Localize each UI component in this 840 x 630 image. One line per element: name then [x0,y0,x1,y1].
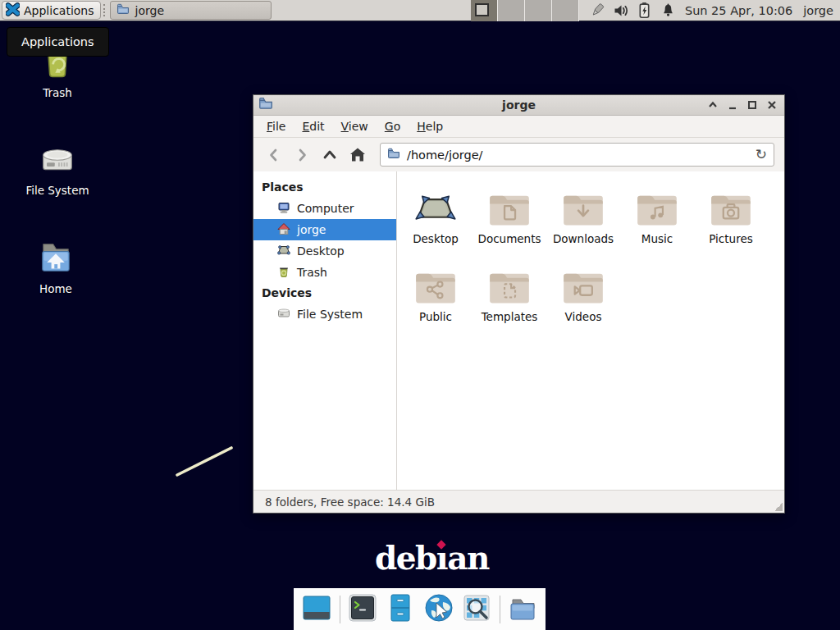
stylus-tool-icon[interactable] [589,2,605,19]
close-button[interactable] [765,98,779,112]
folder-label: Templates [482,310,538,323]
forward-button[interactable] [291,144,313,166]
app-finder-launcher[interactable] [461,593,493,626]
folder-item-videos[interactable]: Videos [546,264,620,342]
up-button[interactable] [319,144,340,166]
pencil-stroke-annotation [172,441,241,481]
folder-icon [116,2,130,18]
folder-label: Public [419,310,452,323]
folder-icon [387,147,400,162]
terminal-launcher[interactable] [347,593,379,626]
shade-button[interactable] [705,98,720,112]
folder-item-pictures[interactable]: Pictures [694,186,768,264]
sidebar-devices-header: Devices [253,283,396,304]
desktop-icon-label: Trash [43,86,72,99]
folder-item-downloads[interactable]: Downloads [546,186,620,264]
panel-username[interactable]: jorge [803,4,833,17]
music-folder-icon [636,186,678,227]
applications-menu-button[interactable]: Applications [2,1,101,20]
resize-grip[interactable] [774,503,783,511]
downloads-folder-icon [562,186,605,227]
desktop-icon [277,244,290,259]
show-desktop-icon [301,592,332,627]
dock-separator [340,596,340,623]
sidebar-item-label: File System [297,308,363,321]
maximize-button[interactable] [745,98,760,112]
app-finder-icon [461,592,492,627]
sidebar-item-computer[interactable]: Computer [253,198,396,219]
sidebar-item-label: jorge [297,223,326,236]
toolbar: /home/jorge/ ↻ [253,138,784,171]
sidebar-item-desktop[interactable]: Desktop [253,240,396,262]
folder-launcher[interactable] [507,593,539,626]
sidebar-item-jorge[interactable]: jorge [253,219,396,240]
desktop-icon-file-system[interactable]: File System [18,134,97,197]
home-button[interactable] [347,144,368,166]
folder-item-public[interactable]: Public [399,264,472,342]
sidebar: Places Computer [253,171,397,490]
reload-icon[interactable]: ↻ [756,148,767,162]
folder-item-music[interactable]: Music [620,186,694,264]
folder-item-templates[interactable]: Templates [472,264,546,342]
folder-item-documents[interactable]: Documents [472,186,546,264]
panel-clock[interactable]: Sun 25 Apr, 10:06 [685,4,792,17]
bottom-dock [294,588,546,630]
taskbar-window-button[interactable]: jorge [110,1,272,20]
folder-label: Pictures [709,232,752,245]
battery-icon[interactable] [637,2,653,19]
wordmark-part: an [447,539,489,577]
workspace-1[interactable] [471,0,498,21]
tooltip-text: Applications [21,35,94,48]
workspace-pager[interactable] [471,0,579,21]
workspace-window-preview [475,3,489,16]
window-titlebar[interactable]: jorge [253,95,784,116]
videos-folder-icon [562,264,605,305]
wordmark-part: deb [375,539,436,577]
folder-item-desktop[interactable]: Desktop [399,186,472,264]
panel-drag-handle[interactable] [103,4,107,16]
debian-wordmark: debıan [375,542,489,574]
volume-icon[interactable] [613,2,629,19]
workspace-4[interactable] [552,0,579,21]
menubar: File Edit View Go Help [253,116,784,138]
sidebar-item-trash[interactable]: Trash [253,262,396,283]
trash-icon [277,265,290,281]
desktop-icon-label: File System [25,184,89,197]
home-folder-icon [34,232,78,278]
notification-bell-icon[interactable] [660,2,677,19]
folder-view[interactable]: Desktop Documents [397,171,784,490]
minimize-button[interactable] [725,98,740,112]
public-folder-icon [414,264,457,305]
folder-label: Downloads [553,232,614,245]
path-text[interactable]: /home/jorge/ [407,148,483,162]
web-browser-launcher[interactable] [423,593,455,626]
folder-icon [507,592,538,627]
sidebar-item-label: Desktop [297,244,345,258]
drive-icon [35,134,80,180]
templates-folder-icon [488,264,531,305]
menu-edit[interactable]: Edit [294,117,332,135]
wordmark-i: ı [436,542,447,574]
show-desktop-button[interactable] [301,593,333,626]
sidebar-item-label: Computer [297,202,354,215]
file-manager-launcher[interactable] [385,593,417,626]
menu-view[interactable]: View [333,117,377,135]
applications-tooltip: Applications [7,27,109,57]
taskbar-window-label: jorge [135,4,164,17]
path-bar[interactable]: /home/jorge/ ↻ [380,143,774,167]
workspace-3[interactable] [525,0,552,21]
pictures-folder-icon [710,186,752,227]
sidebar-item-file-system[interactable]: File System [253,304,396,325]
desktop-icon [414,186,457,227]
workspace-2[interactable] [498,0,525,21]
desktop-icon-home[interactable]: Home [16,232,95,295]
menu-go[interactable]: Go [377,117,409,135]
web-browser-icon [423,592,454,627]
menu-help[interactable]: Help [409,117,451,135]
back-button[interactable] [263,144,285,166]
drive-icon [277,307,290,322]
menu-file[interactable]: File [258,117,294,135]
folder-label: Documents [478,232,541,245]
desktop-icon-label: Home [39,282,72,295]
folder-label: Videos [565,310,602,323]
